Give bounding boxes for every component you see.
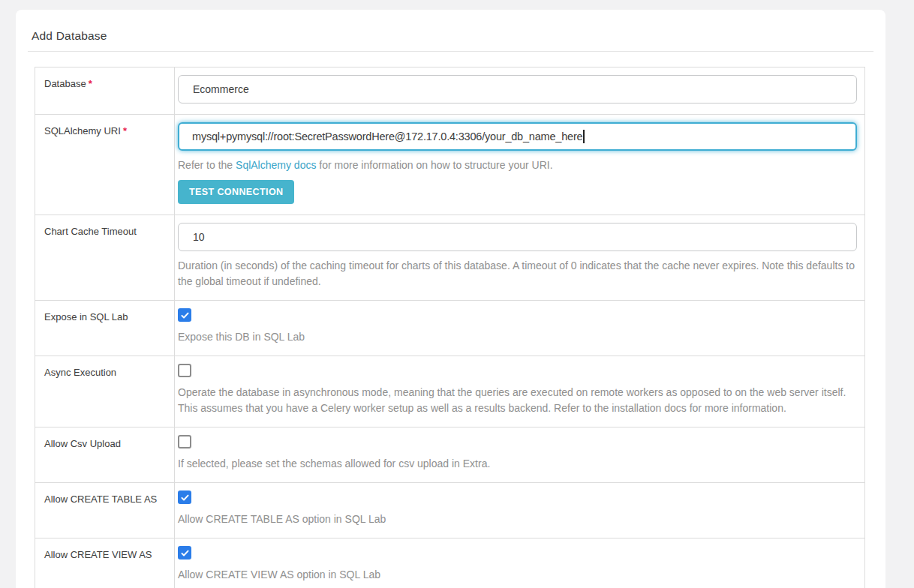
expose-sql-lab-help: Expose this DB in SQL Lab xyxy=(178,329,857,345)
sqlalchemy-uri-label: SQLAlchemy URI xyxy=(44,125,121,136)
form-row-async-execution: Async Execution Operate the database in … xyxy=(35,356,865,428)
page-title: Add Database xyxy=(28,22,873,44)
help-text: for more information on how to structure… xyxy=(316,159,552,171)
allow-cvas-help: Allow CREATE VIEW AS option in SQL Lab xyxy=(178,567,857,583)
form-row-expose-sql-lab: Expose in SQL Lab Expose this DB in SQL … xyxy=(35,301,865,356)
cache-timeout-label: Chart Cache Timeout xyxy=(44,226,137,237)
form-row-allow-ctas: Allow CREATE TABLE AS Allow CREATE TABLE… xyxy=(35,483,865,538)
help-text: Refer to the xyxy=(178,159,236,171)
sqlalchemy-uri-help: Refer to the SqlAlchemy docs for more in… xyxy=(178,158,857,173)
database-label: Database xyxy=(44,78,86,89)
required-asterisk: * xyxy=(123,125,127,136)
expose-sql-lab-label: Expose in SQL Lab xyxy=(44,311,128,322)
sqlalchemy-uri-input[interactable]: mysql+pymysql://root:SecretPasswordHere@… xyxy=(178,122,857,151)
allow-cvas-checkbox[interactable] xyxy=(178,546,191,560)
allow-csv-upload-checkbox[interactable] xyxy=(178,435,191,448)
database-input[interactable] xyxy=(178,75,857,104)
cache-timeout-input[interactable] xyxy=(178,223,857,251)
allow-ctas-checkbox[interactable] xyxy=(178,490,191,504)
checkmark-icon xyxy=(180,310,190,320)
form-row-allow-csv-upload: Allow Csv Upload If selected, please set… xyxy=(35,428,865,483)
form-row-sqlalchemy-uri: SQLAlchemy URI* mysql+pymysql://root:Sec… xyxy=(35,115,865,215)
allow-ctas-help: Allow CREATE TABLE AS option in SQL Lab xyxy=(178,512,857,527)
text-cursor xyxy=(583,130,585,143)
async-execution-help: Operate the database in asynchronous mod… xyxy=(178,385,857,416)
checkmark-icon xyxy=(180,548,190,558)
add-database-form: Database* SQLAlchemy URI* mysql+pymysql:… xyxy=(35,67,865,588)
title-divider xyxy=(28,51,873,52)
allow-ctas-label: Allow CREATE TABLE AS xyxy=(44,494,157,505)
cache-timeout-help: Duration (in seconds) of the caching tim… xyxy=(178,258,857,290)
allow-csv-upload-label: Allow Csv Upload xyxy=(44,438,121,449)
test-connection-button[interactable]: TEST CONNECTION xyxy=(178,180,294,204)
required-asterisk: * xyxy=(89,78,92,89)
add-database-panel: Add Database Database* SQLAlchemy URI* m… xyxy=(16,10,885,588)
sqlalchemy-docs-link[interactable]: SqlAlchemy docs xyxy=(236,159,316,171)
checkmark-icon xyxy=(180,493,190,502)
form-row-allow-cvas: Allow CREATE VIEW AS Allow CREATE VIEW A… xyxy=(35,538,865,588)
async-execution-label: Async Execution xyxy=(44,367,116,378)
allow-cvas-label: Allow CREATE VIEW AS xyxy=(44,549,152,560)
form-row-database: Database* xyxy=(35,68,865,115)
async-execution-checkbox[interactable] xyxy=(178,364,191,377)
sqlalchemy-uri-value: mysql+pymysql://root:SecretPasswordHere@… xyxy=(192,130,582,142)
form-row-cache-timeout: Chart Cache Timeout Duration (in seconds… xyxy=(35,215,865,301)
allow-csv-upload-help: If selected, please set the schemas allo… xyxy=(178,456,857,472)
expose-sql-lab-checkbox[interactable] xyxy=(178,308,191,322)
